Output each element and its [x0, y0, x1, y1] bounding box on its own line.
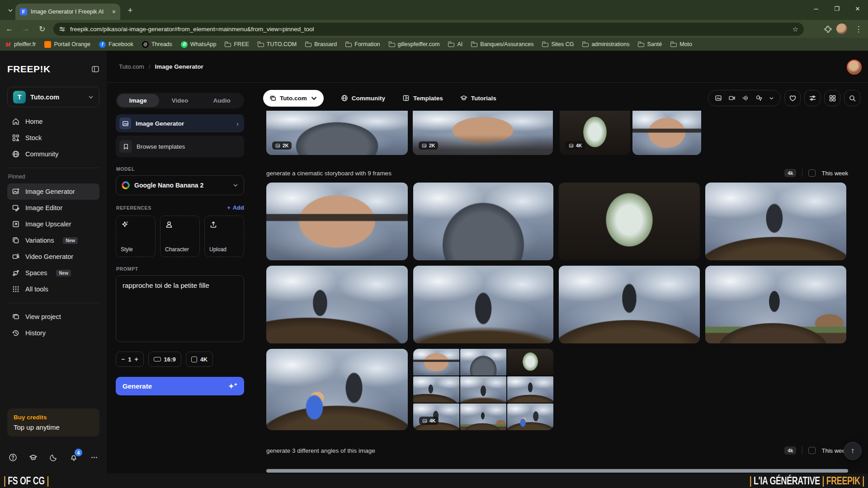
academy-icon[interactable]	[28, 452, 38, 463]
bookmark-item[interactable]: Mpfeiffer.fr	[5, 41, 36, 48]
bookmark-folder[interactable]: AI	[448, 41, 462, 47]
tab-audio[interactable]: Audio	[201, 94, 243, 107]
bookmark-folder[interactable]: TUTO.COM	[258, 41, 297, 47]
sidebar-item-community[interactable]: Community	[7, 146, 99, 162]
bookmark-folder[interactable]: FREE	[225, 41, 249, 47]
tool-selector[interactable]: Image Generator ›	[116, 114, 244, 132]
sidebar-item-variations[interactable]: Variations New	[7, 232, 99, 249]
generate-button[interactable]: Generate ✦✦	[116, 377, 244, 395]
sidebar-item-all-tools[interactable]: All tools	[7, 281, 99, 297]
sidebar-item-home[interactable]: Home	[7, 113, 99, 130]
bookmark-folder[interactable]: Banques/Assurances	[471, 41, 533, 47]
bookmark-folder[interactable]: Santé	[638, 41, 662, 47]
reload-button[interactable]: ↻	[35, 22, 49, 36]
sidebar-item-history[interactable]: History	[7, 325, 99, 341]
this-week-checkbox[interactable]	[808, 169, 816, 177]
bookmark-folder[interactable]: Formation	[345, 41, 380, 47]
result-image[interactable]	[559, 266, 700, 343]
workspace-selector[interactable]: T Tuto.com	[7, 87, 99, 107]
site-info-icon[interactable]	[59, 26, 66, 33]
add-reference-button[interactable]: +Add	[227, 204, 244, 211]
filters-button[interactable]	[804, 90, 821, 106]
tab-community[interactable]: Community	[341, 94, 385, 102]
minimize-button[interactable]: ─	[806, 0, 826, 17]
plus-icon[interactable]: +	[134, 356, 138, 363]
horizontal-scrollbar[interactable]	[266, 469, 848, 473]
back-button[interactable]: ←	[3, 22, 16, 36]
shapes-filter-icon[interactable]	[755, 94, 763, 102]
collapse-sidebar-icon[interactable]	[91, 65, 99, 73]
reference-upload-card[interactable]: Upload	[204, 216, 244, 257]
notifications-bell-icon[interactable]: 4	[68, 452, 79, 463]
this-week-checkbox[interactable]	[808, 447, 816, 454]
close-button[interactable]: ✕	[847, 0, 868, 17]
result-image[interactable]	[266, 183, 408, 260]
result-image[interactable]	[266, 266, 408, 343]
help-icon[interactable]	[7, 452, 18, 463]
favorites-button[interactable]	[784, 90, 801, 106]
model-selector[interactable]: Google Nano Banana 2	[116, 175, 244, 195]
video-filter-icon[interactable]	[728, 94, 736, 102]
bookmark-folder[interactable]: Brassard	[305, 41, 337, 47]
media-type-filter[interactable]	[708, 90, 781, 106]
search-button[interactable]	[844, 90, 860, 106]
sidebar-item-stock[interactable]: Stock	[7, 130, 99, 146]
scroll-to-top-button[interactable]: ↑	[844, 442, 862, 460]
result-image[interactable]: 4K	[560, 111, 630, 155]
reference-character-card[interactable]: Character	[160, 216, 200, 257]
tab-templates[interactable]: Templates	[402, 94, 443, 102]
audio-filter-icon[interactable]	[742, 94, 749, 102]
tab-search-button[interactable]	[5, 5, 16, 16]
result-image[interactable]	[266, 349, 408, 430]
reference-style-card[interactable]: Style	[116, 216, 156, 257]
tab-close-icon[interactable]: ×	[111, 8, 117, 16]
sidebar-item-image-editor[interactable]: Image Editor	[7, 200, 99, 216]
breadcrumb-project[interactable]: Tuto.com	[119, 63, 144, 70]
browser-profile-avatar[interactable]	[836, 23, 847, 34]
dark-mode-icon[interactable]	[48, 452, 59, 463]
buy-credits-card[interactable]: Buy credits Top up anytime	[7, 408, 99, 436]
result-image[interactable]	[413, 266, 553, 343]
bookmark-item[interactable]: @Threads	[142, 41, 172, 48]
bookmark-item[interactable]: Portail Orange	[44, 41, 90, 48]
url-bar[interactable]: freepik.com/pikaso/ai-image-generator#fr…	[53, 23, 804, 36]
user-avatar[interactable]	[847, 60, 862, 75]
bookmark-folder[interactable]: Moto	[670, 41, 692, 47]
prompt-input[interactable]: rapproche toi de la petite fille	[116, 275, 244, 342]
browse-templates-button[interactable]: Browse templates	[116, 136, 244, 157]
result-image[interactable]	[705, 266, 846, 343]
resolution-button[interactable]: 4K	[186, 352, 213, 367]
result-image[interactable]	[413, 183, 553, 260]
result-image-storyboard[interactable]: 4K	[413, 349, 553, 430]
sidebar-item-image-upscaler[interactable]: Image Upscaler	[7, 216, 99, 232]
aspect-ratio-button[interactable]: 16:9	[148, 352, 181, 367]
bookmark-folder[interactable]: gillespfeiffer.com	[389, 41, 440, 47]
extensions-icon[interactable]	[824, 25, 832, 33]
project-filter-button[interactable]: Tuto.com	[263, 90, 324, 107]
image-filter-icon[interactable]	[715, 94, 722, 102]
bookmark-folder[interactable]: administrations	[582, 41, 629, 47]
result-image[interactable]	[705, 183, 846, 260]
bookmark-item[interactable]: fFacebook	[99, 41, 133, 48]
sidebar-item-image-generator[interactable]: Image Generator	[7, 183, 99, 200]
tab-image[interactable]: Image	[117, 94, 159, 107]
result-image[interactable]: 2K	[266, 111, 408, 155]
new-tab-button[interactable]: +	[125, 5, 136, 16]
sidebar-item-view-project[interactable]: View project	[7, 309, 99, 325]
browser-menu-icon[interactable]: ⋮	[852, 22, 865, 36]
result-image[interactable]	[632, 111, 701, 155]
sidebar-item-spaces[interactable]: Spaces New	[7, 265, 99, 281]
image-count-stepper[interactable]: − 1 +	[116, 352, 144, 367]
minus-icon[interactable]: −	[121, 356, 125, 363]
more-options-icon[interactable]	[89, 452, 99, 463]
sidebar-item-video-generator[interactable]: Video Generator	[7, 249, 99, 265]
restore-button[interactable]: ❐	[826, 0, 847, 17]
bookmark-folder[interactable]: Sites CG	[542, 41, 574, 47]
result-image[interactable]	[559, 183, 700, 260]
browser-tab[interactable]: F Image Generator I Freepik AI ×	[15, 4, 120, 20]
layout-grid-button[interactable]	[824, 90, 840, 106]
result-image[interactable]: 2K	[413, 111, 553, 155]
forward-button[interactable]: →	[19, 22, 33, 36]
tab-tutorials[interactable]: Tutorials	[460, 94, 496, 102]
tab-video[interactable]: Video	[159, 94, 201, 107]
